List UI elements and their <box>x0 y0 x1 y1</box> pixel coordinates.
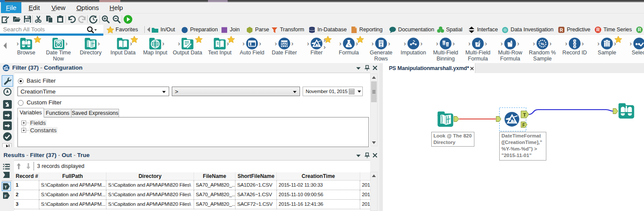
tree-node-fields[interactable]: Fields <box>21 120 109 127</box>
table-cell[interactable]: 2015-11-16 12:41:36 <box>277 200 360 209</box>
table-cell[interactable]: SACF72~1.CSV <box>235 200 277 209</box>
workflow-filter-tool[interactable]: T F <box>496 111 529 127</box>
results-scrollbar-up-icon[interactable] <box>371 173 377 179</box>
results-dropdown-icon[interactable] <box>355 153 361 159</box>
tab-time-series[interactable]: RTime Series <box>594 25 632 34</box>
annotation-directory[interactable]: Look @ The 820 Directory <box>431 132 474 147</box>
expression-tab-variables[interactable]: Variables <box>17 108 44 117</box>
table-cell[interactable]: SA70_APM820_... <box>194 200 235 209</box>
table-cell[interactable]: 1 <box>14 181 39 190</box>
tab-parse[interactable]: Parse <box>246 25 267 34</box>
date-dropdown-arrow-icon[interactable] <box>358 90 361 93</box>
table-cell[interactable]: 201 <box>360 190 370 200</box>
navigation-tab-icon[interactable] <box>3 87 12 97</box>
tree-node-constants[interactable]: Constants <box>21 127 109 134</box>
copy-icon[interactable] <box>45 15 54 23</box>
table-cell[interactable]: SA70_APM820_... <box>194 190 235 200</box>
save-icon[interactable] <box>23 15 32 23</box>
results-scrollbar[interactable] <box>370 172 378 211</box>
date-field[interactable]: November 01, 2015 <box>303 87 363 96</box>
tab-close-icon[interactable] <box>470 66 474 70</box>
menu-edit[interactable]: Edit <box>24 2 44 13</box>
scroll-categories-left-icon[interactable] <box>146 27 150 33</box>
new-icon[interactable] <box>1 15 10 23</box>
tab-data-investigation[interactable]: Data Investigation <box>501 25 554 34</box>
output-anchor-tab-2-icon[interactable] <box>3 121 12 131</box>
table-cell[interactable]: SA1D26~1.CSV <box>235 181 277 190</box>
scroll-tools-left-icon[interactable] <box>2 42 7 50</box>
tab-in-database[interactable]: In-Database <box>308 25 347 34</box>
search-input[interactable]: Search All Tools <box>0 25 103 34</box>
tab-favorites[interactable]: Favorites <box>104 25 143 34</box>
zoom-out-icon[interactable] <box>112 15 121 23</box>
output-anchor-tab-1-icon[interactable] <box>3 111 12 120</box>
results-list-icon[interactable] <box>3 163 10 170</box>
workflow-canvas[interactable]: T F Look @ The 820 DirectoryDateTimeForm… <box>383 73 644 211</box>
output-anchor-f[interactable]: F <box>3 192 10 199</box>
results-pin-icon[interactable] <box>364 152 370 158</box>
table-cell[interactable]: 2 <box>14 190 39 200</box>
configuration-scrollbar[interactable] <box>370 74 378 146</box>
basic-filter-radio[interactable] <box>18 78 24 84</box>
tab-reporting[interactable]: Reporting <box>350 25 385 34</box>
menu-options[interactable]: Options <box>72 2 103 13</box>
column-header-extra[interactable] <box>360 172 370 181</box>
expression-tab-saved-expressions[interactable]: Saved Expressions <box>71 109 119 117</box>
table-cell[interactable]: S:\Capitation and APM\APM... <box>39 181 106 190</box>
horizontal-splitter[interactable] <box>0 147 379 151</box>
results-close-icon[interactable] <box>372 152 378 158</box>
output-anchor-t[interactable]: T <box>3 183 10 190</box>
configuration-scrollbar-down-icon[interactable] <box>371 139 377 146</box>
annotation-filter[interactable]: DateTimeFormat ([CreationTime]," %Y-%m-%… <box>499 132 546 161</box>
column-header-filename[interactable]: FileName <box>194 172 235 181</box>
record-up-icon[interactable] <box>16 163 21 170</box>
table-cell[interactable]: 201 <box>360 181 370 190</box>
table-cell[interactable]: S:\Capitation and APM\APM\820 Files\ <box>106 200 194 209</box>
tab-join[interactable]: Join <box>221 25 242 34</box>
column-header-record#[interactable]: Record # <box>14 172 39 181</box>
cut-icon[interactable] <box>34 15 43 23</box>
refresh-icon[interactable] <box>89 15 98 23</box>
menu-file[interactable]: File <box>1 2 21 13</box>
custom-filter-radio[interactable] <box>18 100 24 106</box>
tab-spatial[interactable]: Spatial <box>437 25 464 34</box>
run-icon[interactable] <box>123 15 132 23</box>
table-cell[interactable]: S:\Capitation and APM\APM\820 Files\ <box>106 190 194 200</box>
workflow-browse-tool[interactable] <box>613 103 634 118</box>
tab-preparation[interactable]: Preparation <box>181 25 217 34</box>
input-anchor-icon[interactable] <box>3 171 10 178</box>
table-cell[interactable]: SA70_APM820_... <box>194 181 235 190</box>
table-cell[interactable]: 2015-11-02 11:30:33 <box>277 181 360 190</box>
table-cell[interactable]: S:\Capitation and APM\APM\820 Files\ <box>106 181 194 190</box>
tab-p[interactable]: RP <box>636 25 644 34</box>
configuration-scrollbar-up-icon[interactable] <box>371 74 377 81</box>
configuration-dropdown-icon[interactable] <box>355 66 361 72</box>
workflow-directory-tool[interactable] <box>438 111 459 127</box>
connection-filter-browse[interactable] <box>529 110 613 114</box>
input-anchor-tab-icon[interactable] <box>3 100 12 109</box>
table-cell[interactable]: 201 <box>360 200 370 209</box>
messages-tab-check-icon[interactable] <box>3 132 12 141</box>
table-cell[interactable]: 3 <box>14 200 39 209</box>
column-header-fullpath[interactable]: FullPath <box>39 172 106 181</box>
redo-icon[interactable] <box>78 15 87 23</box>
configuration-pin-icon[interactable] <box>364 65 370 71</box>
configuration-close-icon[interactable] <box>372 65 378 71</box>
menu-view[interactable]: View <box>48 2 69 13</box>
column-header-directory[interactable]: Directory <box>106 172 194 181</box>
tab-documentation[interactable]: Documentation <box>389 25 433 34</box>
tab-interface[interactable]: Interface <box>468 25 498 34</box>
menu-help[interactable]: Help <box>106 2 126 13</box>
zoom-in-icon[interactable] <box>101 15 110 23</box>
expression-tab-functions[interactable]: Functions <box>44 109 72 117</box>
table-cell[interactable]: 2015-11-10 09:00:56 <box>277 190 360 200</box>
tab-transform[interactable]: Transform <box>271 25 305 34</box>
column-header-shortfilename[interactable]: ShortFileName <box>235 172 277 181</box>
document-tab[interactable]: PS Manipulationmarshall.yxmd* <box>383 63 475 73</box>
field-dropdown[interactable]: CreationTime <box>17 87 169 96</box>
configuration-scrollbar-thumb[interactable] <box>371 81 377 102</box>
paste-icon[interactable] <box>56 15 65 23</box>
calendar-icon[interactable] <box>349 89 354 94</box>
undo-icon[interactable] <box>67 15 76 23</box>
column-header-creationtime[interactable]: CreationTime <box>277 172 360 181</box>
